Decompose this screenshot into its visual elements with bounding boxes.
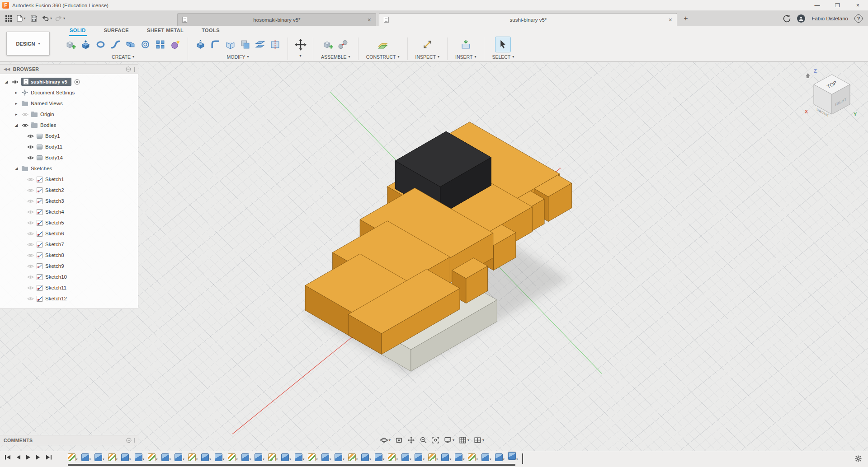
- close-button[interactable]: ×: [848, 0, 868, 10]
- assemble-new-component-button[interactable]: [321, 37, 335, 52]
- feature-icon[interactable]: [255, 453, 262, 461]
- feature-icon[interactable]: [121, 453, 129, 461]
- feature-icon[interactable]: [375, 453, 382, 461]
- timeline-feature[interactable]: ▾: [508, 453, 518, 461]
- feature-icon[interactable]: [455, 453, 462, 461]
- feature-icon[interactable]: [281, 453, 289, 461]
- timeline-feature[interactable]: ▾: [401, 453, 411, 461]
- feature-icon[interactable]: [335, 453, 342, 461]
- feature-icon[interactable]: [81, 453, 89, 461]
- grid-and-snaps-button[interactable]: ▾: [458, 435, 471, 445]
- timeline-feature[interactable]: ▾: [148, 453, 158, 461]
- timeline-feature[interactable]: ▾: [441, 453, 451, 461]
- visibility-eye-icon[interactable]: [27, 296, 34, 301]
- timeline-feature[interactable]: ▾: [455, 453, 465, 461]
- workspace-selector[interactable]: DESIGN ▾: [6, 32, 50, 56]
- construction-plane-button[interactable]: [375, 37, 390, 52]
- visibility-eye-icon[interactable]: [27, 134, 34, 139]
- visibility-eye-icon[interactable]: [27, 155, 34, 160]
- feature-icon[interactable]: [495, 453, 503, 461]
- timeline-feature[interactable]: ▾: [308, 453, 318, 461]
- visibility-eye-icon[interactable]: [27, 242, 34, 247]
- tree-row-document-settings[interactable]: ▸ Document Settings: [0, 87, 138, 98]
- browser-header[interactable]: ◀◀ BROWSER ||: [0, 65, 138, 74]
- visibility-eye-icon[interactable]: [22, 112, 28, 117]
- timeline-feature[interactable]: ▾: [175, 453, 184, 461]
- feature-icon[interactable]: [188, 453, 196, 461]
- select-menu-button[interactable]: SELECT▾: [489, 53, 517, 61]
- tree-row-body[interactable]: Body1: [0, 131, 138, 141]
- timeline-feature[interactable]: ▾: [361, 453, 371, 461]
- timeline-feature[interactable]: ▾: [68, 453, 78, 461]
- expand-arrow-icon[interactable]: ◢: [14, 123, 19, 127]
- tree-row-body[interactable]: Body11: [0, 141, 138, 152]
- feature-icon[interactable]: [228, 453, 236, 461]
- feature-icon[interactable]: [135, 453, 142, 461]
- root-document-pill[interactable]: sushi-binary v5: [21, 78, 71, 86]
- timeline-feature[interactable]: ▾: [201, 453, 211, 461]
- redo-button[interactable]: ▾: [55, 13, 65, 24]
- tree-row-sketch[interactable]: Sketch7: [0, 239, 138, 250]
- feature-icon[interactable]: [508, 452, 516, 460]
- tree-row-sketches[interactable]: ◢ Sketches: [0, 163, 138, 174]
- viewport[interactable]: Z TOP FRONT RIGHT X Y ◀◀ BROWSER || ◢ su…: [0, 62, 868, 451]
- tab-tools[interactable]: TOOLS: [201, 26, 221, 36]
- tree-row-sketch[interactable]: Sketch9: [0, 261, 138, 271]
- extrude-button[interactable]: [78, 37, 93, 52]
- feature-icon[interactable]: [348, 453, 356, 461]
- timeline-feature[interactable]: ▾: [495, 453, 505, 461]
- feature-icon[interactable]: [415, 453, 422, 461]
- timeline-feature[interactable]: ▾: [468, 453, 478, 461]
- tree-row-sketch[interactable]: Sketch10: [0, 271, 138, 282]
- assemble-menu-button[interactable]: ASSEMBLE▾: [318, 53, 353, 61]
- file-menu-button[interactable]: ▾: [16, 13, 26, 24]
- step-forward-button[interactable]: [36, 454, 41, 460]
- tree-row-sketch[interactable]: Sketch5: [0, 217, 138, 228]
- feature-icon[interactable]: [441, 453, 449, 461]
- expand-arrow-icon[interactable]: ◢: [14, 166, 19, 171]
- visibility-eye-icon[interactable]: [27, 177, 34, 182]
- look-at-button[interactable]: [394, 435, 404, 445]
- document-tab-sushi[interactable]: sushi-binary v5* ×: [379, 13, 677, 26]
- tree-row-origin[interactable]: ▸ Origin: [0, 109, 138, 120]
- insert-button[interactable]: [458, 37, 473, 52]
- offset-face-button[interactable]: [253, 37, 268, 52]
- zoom-button[interactable]: [418, 435, 429, 445]
- timeline-position-marker[interactable]: [522, 453, 523, 464]
- tree-row-bodies[interactable]: ◢ Bodies: [0, 120, 138, 131]
- collapse-panel-icon[interactable]: ◀◀: [4, 67, 10, 71]
- timeline-feature[interactable]: ▾: [94, 453, 104, 461]
- tree-row-sketch[interactable]: Sketch8: [0, 250, 138, 261]
- inspect-menu-button[interactable]: INSPECT▾: [413, 53, 443, 61]
- tree-row-sketch[interactable]: Sketch12: [0, 293, 138, 304]
- pan-button[interactable]: [406, 435, 416, 445]
- timeline-feature[interactable]: ▾: [415, 453, 425, 461]
- visibility-eye-icon[interactable]: [12, 79, 19, 84]
- profile-avatar-icon[interactable]: [797, 14, 805, 23]
- coil-button[interactable]: [138, 37, 153, 52]
- feature-icon[interactable]: [308, 453, 316, 461]
- construct-menu-button[interactable]: CONSTRUCT▾: [363, 53, 402, 61]
- play-button[interactable]: [26, 454, 31, 460]
- new-component-button[interactable]: [63, 37, 78, 52]
- feature-icon[interactable]: [428, 453, 436, 461]
- timeline-scrollbar[interactable]: [68, 464, 515, 466]
- timeline-feature[interactable]: ▾: [428, 453, 438, 461]
- feature-icon[interactable]: [401, 453, 409, 461]
- viewports-button[interactable]: ▾: [472, 435, 486, 445]
- tree-row-sketch[interactable]: Sketch4: [0, 206, 138, 217]
- feature-icon[interactable]: [388, 453, 396, 461]
- timeline-feature[interactable]: ▾: [228, 453, 238, 461]
- tree-row-root[interactable]: ◢ sushi-binary v5: [0, 76, 138, 87]
- feature-icon[interactable]: [268, 453, 276, 461]
- undo-button[interactable]: ▾: [42, 13, 52, 24]
- feature-icon[interactable]: [148, 453, 156, 461]
- timeline-feature[interactable]: ▾: [255, 453, 264, 461]
- timeline-feature[interactable]: ▾: [281, 453, 291, 461]
- timeline-feature[interactable]: ▾: [481, 453, 491, 461]
- feature-icon[interactable]: [241, 453, 249, 461]
- user-name[interactable]: Fabio Distefano: [811, 16, 848, 21]
- fit-view-button[interactable]: [430, 435, 441, 445]
- visibility-eye-icon[interactable]: [27, 220, 34, 225]
- select-button[interactable]: [495, 37, 510, 52]
